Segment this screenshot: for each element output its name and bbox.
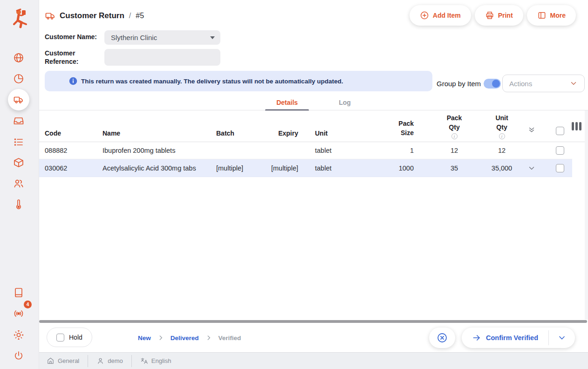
hold-checkbox[interactable] [56,334,64,342]
table-row[interactable]: 030062 Acetylsalicylic Acid 300mg tabs [… [39,159,572,177]
sidebar-item-replenishment[interactable] [9,111,28,130]
store-name: General [58,357,79,364]
sidebar-item-dispensary[interactable] [9,174,28,193]
printer-icon [485,11,494,20]
sidebar-item-logout[interactable] [9,347,28,365]
sidebar-item-coldchain[interactable] [9,195,28,214]
cell-code: 030062 [45,159,101,177]
customer-name-value: Slytherin Clinic [111,34,157,41]
table-row[interactable]: 088882 Ibuprofen 200mg tablets tablet 1 … [39,142,572,159]
footer-divider [88,355,88,367]
hold-label: Hold [69,334,82,341]
unit-qty-info-icon[interactable]: i [499,133,505,139]
chevron-down-icon [527,164,536,172]
sidebar-item-settings[interactable] [9,326,28,344]
add-item-label: Add Item [433,12,461,19]
info-icon [69,77,77,85]
sync-notification-badge: 4 [24,301,32,308]
customer-reference-input[interactable] [104,49,220,66]
cell-expiry: [multiple] [259,159,298,177]
globe-icon [13,52,24,63]
column-header-name[interactable]: Name [103,110,212,142]
cell-code: 088882 [45,142,101,159]
page-title: Customer Return [60,11,124,20]
translate-icon [140,357,148,365]
expand-all-control[interactable] [522,110,541,142]
breadcrumb: Customer Return / #5 [45,10,144,21]
sidebar-item-inventory[interactable] [9,153,28,172]
power-icon [13,350,24,362]
customer-name-label: Customer Name: [45,33,101,41]
x-circle-icon [437,332,448,343]
group-by-item-toggle[interactable] [484,79,501,89]
row-checkbox[interactable] [556,146,564,155]
column-header-unit[interactable]: Unit [315,110,362,142]
sidebar-item-catalogue[interactable] [9,133,28,151]
chevron-down-icon [569,79,578,88]
chevron-down-icon [557,333,567,342]
list-icon [13,137,24,148]
inbox-icon [13,115,24,126]
confirm-options-button[interactable] [549,328,575,348]
row-expand-control[interactable] [522,159,541,177]
actions-dropdown[interactable]: Actions [502,75,585,92]
cancel-button[interactable] [429,328,455,348]
pack-qty-info-icon[interactable]: i [451,133,458,139]
pack-size-line2: Size [401,128,414,137]
sidebar-item-reports[interactable] [9,69,28,88]
column-header-unit-qty[interactable]: Unit Qty i [479,110,525,142]
column-header-code[interactable]: Code [45,110,101,142]
tab-bar: Details Log [39,97,588,110]
status-steps: New Delivered Verified [138,323,241,352]
cell-batch [216,142,263,159]
column-header-batch[interactable]: Batch [216,110,263,142]
column-header-pack-qty[interactable]: Pack Qty i [431,110,478,142]
user-menu[interactable]: demo [96,357,123,365]
group-by-item-label: Group by Item [437,80,481,88]
language-name: English [151,357,171,364]
column-header-expiry[interactable]: Expiry [259,110,298,142]
cell-name: Ibuprofen 200mg tablets [103,142,212,159]
manual-icon [13,287,24,298]
sidebar: 4 [0,0,39,369]
customer-name-select[interactable]: Slytherin Clinic [104,30,220,45]
sidebar-item-sync[interactable]: 4 [9,304,28,322]
chevron-right-icon [157,335,164,341]
sidebar-item-distribution[interactable] [8,89,29,110]
broadcast-icon [13,308,24,319]
confirm-verified-button[interactable]: Confirm Verified [462,328,548,348]
customer-reference-label: Customer Reference: [45,49,101,66]
confirm-verified-split-button: Confirm Verified [462,328,575,348]
status-step-verified: Verified [219,335,241,342]
sidebar-item-dashboard[interactable] [9,48,28,67]
double-chevron-down-icon [527,126,536,134]
store-selector[interactable]: General [47,357,79,365]
unit-qty-line1: Unit [495,113,508,123]
truck-icon [13,94,24,105]
status-step-delivered[interactable]: Delivered [171,335,199,342]
status-step-new[interactable]: New [138,335,151,342]
cell-unit: tablet [315,142,362,159]
user-icon [96,357,104,365]
gear-icon [13,329,24,341]
user-name: demo [108,357,123,364]
info-banner: This return was created manually. The de… [45,71,432,91]
select-all-checkbox[interactable] [556,127,564,135]
sidebar-item-docs[interactable] [9,283,28,302]
language-selector[interactable]: English [140,357,171,365]
cell-unit-qty: 35,000 [479,159,525,177]
add-item-button[interactable]: Add Item [410,5,471,26]
tab-details[interactable]: Details [265,97,309,110]
horizontal-scrollbar-thumb[interactable] [39,320,587,323]
column-settings-icon[interactable] [572,122,581,130]
more-button[interactable]: More [527,5,576,26]
print-button[interactable]: Print [475,5,523,26]
hold-toggle[interactable]: Hold [47,328,92,347]
column-header-pack-size[interactable]: Pack Size [367,110,414,142]
status-action-bar: Hold New Delivered Verified Confirm Veri… [39,323,588,352]
footer-divider [131,355,132,367]
panel-icon [537,11,547,20]
row-checkbox[interactable] [556,164,564,172]
cell-name: Acetylsalicylic Acid 300mg tabs [103,159,212,177]
tab-log[interactable]: Log [328,97,362,110]
